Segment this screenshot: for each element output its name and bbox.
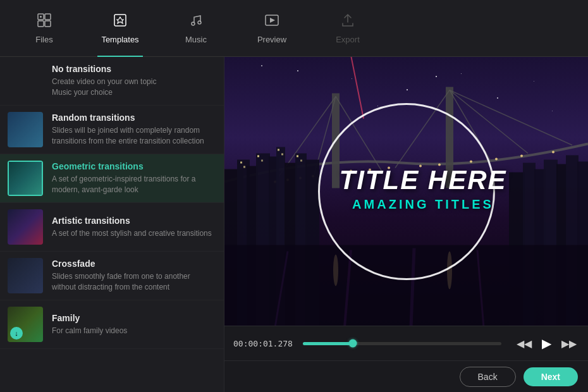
templates-icon [112,12,128,31]
svg-marker-7 [117,17,123,23]
template-desc-no-transitions: Create video on your own topic Music you… [52,77,216,98]
template-thumb-geometric-transitions [8,161,43,196]
video-title-sub: AMAZING TITLES [339,197,506,211]
template-name-no-transitions: No transitions [52,64,216,74]
progress-track[interactable] [303,342,501,345]
template-thumb-artistic-transitions [8,209,43,245]
svg-rect-4 [38,21,44,27]
download-icon: ↓ [10,327,23,340]
right-panel: TITLE HERE AMAZING TITLES 00:00:01.278 ◀… [224,57,588,392]
svg-rect-48 [281,154,283,156]
files-label: Files [35,35,52,44]
svg-line-65 [351,57,364,119]
template-thumb-no-transitions [8,63,43,99]
template-name-random-transitions: Random transitions [52,113,216,123]
svg-point-32 [520,155,523,157]
templates-label: Templates [101,35,138,44]
template-thumb-family: ↓ [8,307,43,342]
svg-point-33 [552,151,554,154]
music-icon [188,12,204,31]
template-desc-family: For calm family videos [52,326,216,336]
template-thumb-random-transitions [8,112,43,147]
nav-files[interactable]: Files [6,0,82,57]
video-preview: TITLE HERE AMAZING TITLES [224,57,588,326]
title-overlay: TITLE HERE AMAZING TITLES [339,166,506,211]
music-label: Music [185,35,207,44]
template-info-no-transitions: No transitions Create video on your own … [52,64,216,98]
template-name-geometric-transitions: Geometric transitions [52,161,216,171]
back-button[interactable]: Back [460,367,516,387]
svg-rect-43 [240,162,242,164]
template-item-artistic-transitions[interactable]: Artistic transitions A set of the most s… [0,203,224,252]
export-icon [340,12,356,31]
next-button[interactable]: Next [524,367,578,386]
template-desc-geometric-transitions: A set of geometric-inspired transitions … [52,174,216,195]
template-info-random-transitions: Random transitions Slides will be joined… [52,113,216,147]
svg-rect-44 [243,166,245,168]
nav-preview[interactable]: Preview [234,0,310,57]
template-info-artistic-transitions: Artistic transitions A set of the most s… [52,216,216,239]
svg-rect-50 [300,160,302,162]
time-display: 00:00:01.278 [233,339,297,348]
nav-templates[interactable]: Templates [82,0,158,57]
play-button[interactable]: ▶ [539,333,554,353]
template-desc-random-transitions: Slides will be joined with completely ra… [52,125,216,147]
template-item-crossfade[interactable]: Crossfade Slides smoothly fade from one … [0,252,224,300]
video-background: TITLE HERE AMAZING TITLES [224,57,588,326]
templates-sidebar: No transitions Create video on your own … [0,57,224,392]
svg-rect-46 [261,160,263,162]
template-name-artistic-transitions: Artistic transitions [52,216,216,226]
template-item-family[interactable]: ↓ Family For calm family videos [0,300,224,349]
svg-point-31 [495,158,498,161]
export-label: Export [336,35,360,44]
svg-marker-11 [270,18,275,23]
bottom-bar: Back Next [224,360,588,392]
svg-rect-47 [278,149,279,151]
svg-point-8 [192,22,195,25]
template-item-geometric-transitions[interactable]: Geometric transitions A set of geometric… [0,154,224,203]
template-desc-crossfade: Slides smoothly fade from one to another… [52,271,216,293]
progress-fill [303,342,353,345]
svg-rect-45 [257,156,259,157]
video-title-main: TITLE HERE [339,166,506,193]
template-info-crossfade: Crossfade Slides smoothly fade from one … [52,259,216,293]
playback-bar: 00:00:01.278 ◀◀ ▶ ▶▶ [224,326,588,360]
template-item-no-transitions[interactable]: No transitions Create video on your own … [0,57,224,106]
top-navigation: Files Templates Music Preview [0,0,588,57]
svg-point-9 [198,21,201,24]
progress-dot [348,340,357,348]
template-item-random-transitions[interactable]: Random transitions Slides will be joined… [0,106,224,154]
svg-point-63 [333,255,338,286]
template-name-crossfade: Crossfade [52,259,216,269]
nav-music[interactable]: Music [158,0,234,57]
rewind-button[interactable]: ◀◀ [514,335,534,352]
svg-rect-3 [45,14,51,20]
forward-button[interactable]: ▶▶ [559,335,579,352]
svg-rect-49 [297,156,298,157]
template-name-family: Family [52,313,216,323]
main-container: No transitions Create video on your own … [0,57,588,392]
template-info-geometric-transitions: Geometric transitions A set of geometric… [52,161,216,195]
nav-export: Export [310,0,386,57]
files-icon [36,12,52,31]
preview-icon [264,12,280,31]
playback-controls: ◀◀ ▶ ▶▶ [514,333,579,353]
template-info-family: Family For calm family videos [52,313,216,336]
template-desc-artistic-transitions: A set of the most stylish and creative t… [52,228,216,239]
svg-rect-5 [45,21,51,27]
svg-rect-6 [114,15,126,26]
template-thumb-crossfade [8,258,43,293]
preview-label: Preview [257,35,286,44]
